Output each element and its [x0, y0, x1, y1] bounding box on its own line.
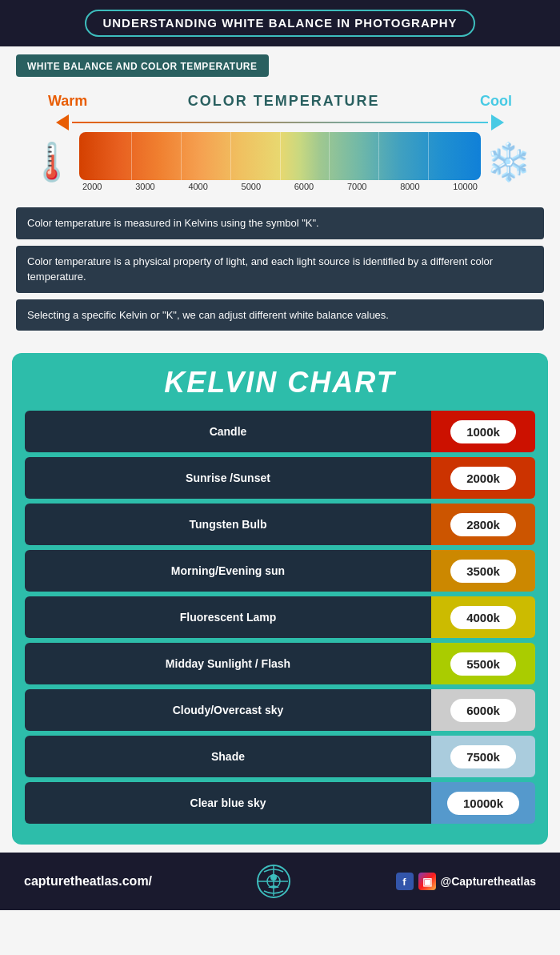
tick-10000: 10000 [453, 182, 478, 191]
kelvin-row-color-box: 2000k [431, 457, 535, 499]
kelvin-row-label: Sunrise /Sunset [25, 457, 431, 499]
tick-4000: 4000 [188, 182, 207, 191]
kelvin-row: Tungsten Bulb 2800k [25, 504, 535, 545]
kelvin-row-label: Shade [25, 736, 431, 777]
kelvin-row: Cloudy/Overcast sky 6000k [25, 689, 535, 731]
tick-6000: 6000 [294, 182, 314, 191]
arrow-left-icon [56, 114, 69, 130]
kelvin-chart-section: KELVIN CHART Candle 1000k Sunrise /Sunse… [12, 353, 548, 845]
cool-label: Cool [480, 93, 512, 110]
info-box-3: Selecting a specific Kelvin or "K", we c… [16, 299, 544, 331]
kelvin-row-value: 4000k [450, 606, 516, 629]
kelvin-row-value: 3500k [450, 560, 516, 583]
gradient-outer: 🌡️ 2000 3000 4000 [16, 132, 544, 191]
tick-3000: 3000 [135, 182, 154, 191]
kelvin-row-label: Clear blue sky [25, 782, 431, 824]
temp-labels-row: Warm COLOR TEMPERATURE Cool [16, 93, 544, 110]
tick-2000: 2000 [82, 182, 102, 191]
kelvin-row-color-box: 5500k [431, 643, 535, 684]
instagram-icon: ▣ [418, 873, 436, 890]
kelvin-row-color-box: 6000k [431, 689, 535, 731]
kelvin-row-label: Cloudy/Overcast sky [25, 689, 431, 731]
kelvin-row-value: 2800k [450, 513, 516, 536]
kelvin-row-value: 10000k [447, 792, 519, 815]
header-title-box: UNDERSTANDING WHITE BALANCE IN PHOTOGRAP… [85, 10, 474, 37]
info-section: Color temperature is measured in Kelvins… [0, 207, 560, 345]
kelvin-row-value: 7500k [450, 745, 516, 768]
footer-site: capturetheatlas.com/ [24, 874, 152, 889]
color-temp-gradient-bar [79, 132, 481, 180]
kelvin-row-label: Candle [25, 411, 431, 452]
kelvin-row-color-box: 1000k [431, 411, 535, 452]
kelvin-row-value: 2000k [450, 467, 516, 490]
kelvin-row: Shade 7500k [25, 736, 535, 777]
kelvin-row: Morning/Evening sun 3500k [25, 550, 535, 592]
kelvin-row-color-box: 10000k [431, 782, 535, 824]
info-text-3: Selecting a specific Kelvin or "K", we c… [27, 309, 389, 321]
social-handle: @Capturetheatlas [441, 875, 536, 888]
arrow-line-row [16, 114, 544, 130]
kelvin-row-value: 5500k [450, 652, 516, 676]
kelvin-row-color-box: 4000k [431, 596, 535, 638]
cool-thermometer-icon: ❄️ [486, 140, 531, 183]
footer-social: f ▣ @Capturetheatlas [396, 873, 536, 890]
kelvin-row-label: Fluorescent Lamp [25, 596, 431, 638]
kelvin-row: Midday Sunlight / Flash 5500k [25, 643, 535, 684]
kelvin-row: Fluorescent Lamp 4000k [25, 596, 535, 638]
tick-marks: 2000 3000 4000 5000 6000 7000 8000 10000 [79, 182, 481, 191]
subtitle-bar: WHITE BALANCE AND COLOR TEMPERATURE [0, 46, 560, 85]
kelvin-row: Sunrise /Sunset 2000k [25, 457, 535, 499]
kelvin-row-label: Tungsten Bulb [25, 504, 431, 545]
kelvin-row-label: Morning/Evening sun [25, 550, 431, 592]
svg-point-4 [270, 874, 277, 881]
kelvin-row-color-box: 2800k [431, 504, 535, 545]
tick-8000: 8000 [400, 182, 419, 191]
kelvin-chart-title: KELVIN CHART [25, 366, 535, 399]
arrow-right-icon [491, 114, 504, 130]
subtitle-text: WHITE BALANCE AND COLOR TEMPERATURE [27, 61, 258, 72]
kelvin-rows: Candle 1000k Sunrise /Sunset 2000k Tungs… [25, 411, 535, 824]
kelvin-row: Clear blue sky 10000k [25, 782, 535, 824]
warm-thermometer-icon: 🌡️ [29, 140, 74, 183]
info-box-1: Color temperature is measured in Kelvins… [16, 207, 544, 239]
color-temperature-section: Warm COLOR TEMPERATURE Cool 🌡️ [0, 85, 560, 207]
gradient-bar-wrapper: 2000 3000 4000 5000 6000 7000 8000 10000 [79, 132, 481, 191]
page-title: UNDERSTANDING WHITE BALANCE IN PHOTOGRAP… [102, 16, 457, 30]
tick-5000: 5000 [242, 182, 261, 191]
tick-7000: 7000 [347, 182, 366, 191]
kelvin-row-value: 1000k [450, 420, 516, 443]
info-text-1: Color temperature is measured in Kelvins… [27, 217, 319, 229]
header: UNDERSTANDING WHITE BALANCE IN PHOTOGRAP… [0, 0, 560, 46]
kelvin-row-color-box: 7500k [431, 736, 535, 777]
gradient-line [72, 122, 488, 123]
footer-logo-icon [256, 864, 291, 899]
info-text-2: Color temperature is a physical property… [27, 255, 493, 283]
kelvin-row: Candle 1000k [25, 411, 535, 452]
info-box-2: Color temperature is a physical property… [16, 246, 544, 293]
kelvin-row-value: 6000k [450, 699, 516, 722]
warm-label: Warm [48, 93, 87, 110]
facebook-icon: f [396, 873, 414, 890]
kelvin-row-color-box: 3500k [431, 550, 535, 592]
footer: capturetheatlas.com/ f ▣ @Capturetheatla… [0, 853, 560, 910]
subtitle-box: WHITE BALANCE AND COLOR TEMPERATURE [16, 54, 269, 77]
kelvin-row-label: Midday Sunlight / Flash [25, 643, 431, 684]
color-temp-label: COLOR TEMPERATURE [188, 93, 380, 110]
